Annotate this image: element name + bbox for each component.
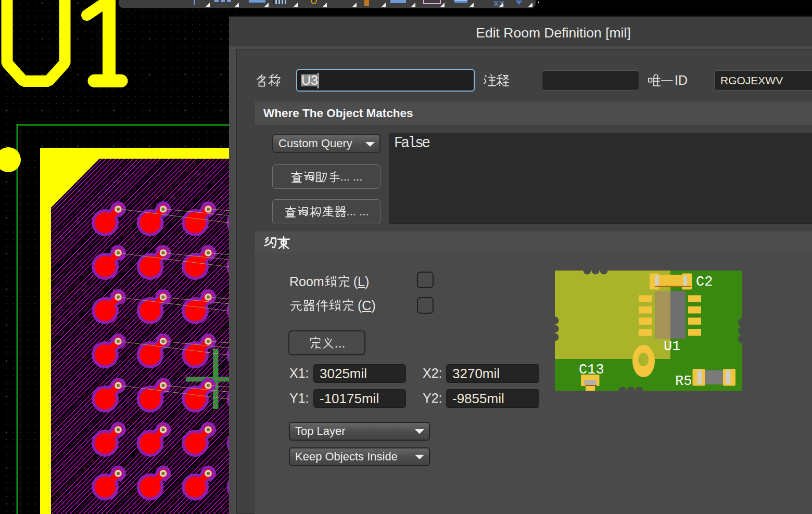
svg-text:U1: U1 [664,339,680,354]
svg-text:C13: C13 [579,362,604,378]
svg-text:R5: R5 [675,374,692,389]
svg-text:C2: C2 [696,274,713,290]
